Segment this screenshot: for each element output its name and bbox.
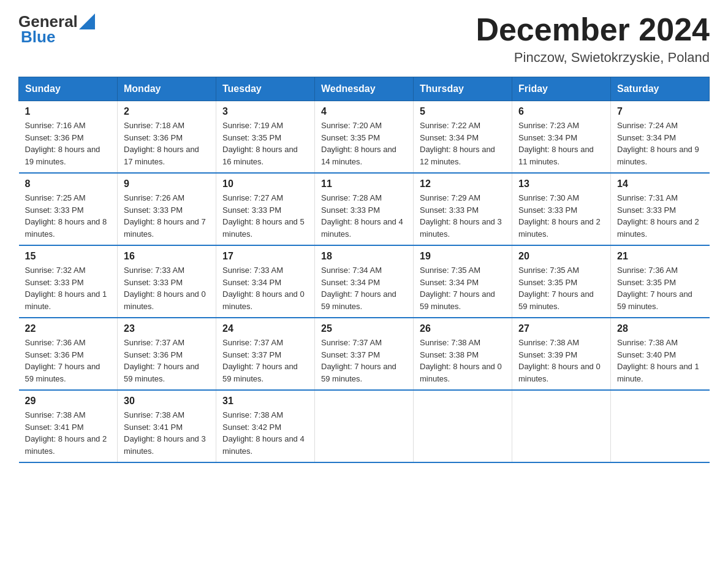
calendar-cell: 19 Sunrise: 7:35 AM Sunset: 3:34 PM Dayl… bbox=[414, 245, 512, 318]
day-info: Sunrise: 7:31 AM Sunset: 3:33 PM Dayligh… bbox=[617, 192, 703, 240]
day-info: Sunrise: 7:28 AM Sunset: 3:33 PM Dayligh… bbox=[321, 192, 407, 240]
day-info: Sunrise: 7:36 AM Sunset: 3:35 PM Dayligh… bbox=[617, 264, 703, 312]
calendar-cell: 7 Sunrise: 7:24 AM Sunset: 3:34 PM Dayli… bbox=[611, 101, 710, 174]
calendar-cell: 28 Sunrise: 7:38 AM Sunset: 3:40 PM Dayl… bbox=[611, 318, 710, 390]
calendar-cell: 31 Sunrise: 7:38 AM Sunset: 3:42 PM Dayl… bbox=[216, 390, 315, 462]
day-info: Sunrise: 7:35 AM Sunset: 3:35 PM Dayligh… bbox=[518, 264, 604, 312]
calendar-cell: 12 Sunrise: 7:29 AM Sunset: 3:33 PM Dayl… bbox=[414, 173, 512, 245]
day-number: 18 bbox=[321, 251, 407, 262]
weekday-header-sunday: Sunday bbox=[19, 77, 118, 101]
location-subtitle: Pinczow, Swietokrzyskie, Poland bbox=[476, 50, 710, 66]
calendar-cell: 18 Sunrise: 7:34 AM Sunset: 3:34 PM Dayl… bbox=[315, 245, 414, 318]
day-number: 8 bbox=[25, 178, 112, 190]
day-number: 31 bbox=[222, 396, 308, 407]
day-info: Sunrise: 7:22 AM Sunset: 3:34 PM Dayligh… bbox=[420, 120, 506, 167]
calendar-table: SundayMondayTuesdayWednesdayThursdayFrid… bbox=[18, 77, 710, 463]
day-info: Sunrise: 7:38 AM Sunset: 3:40 PM Dayligh… bbox=[617, 337, 703, 385]
calendar-cell: 3 Sunrise: 7:19 AM Sunset: 3:35 PM Dayli… bbox=[216, 101, 315, 174]
calendar-cell: 9 Sunrise: 7:26 AM Sunset: 3:33 PM Dayli… bbox=[118, 173, 216, 245]
day-number: 11 bbox=[321, 178, 407, 190]
calendar-cell: 23 Sunrise: 7:37 AM Sunset: 3:36 PM Dayl… bbox=[118, 318, 216, 390]
day-info: Sunrise: 7:30 AM Sunset: 3:33 PM Dayligh… bbox=[518, 192, 604, 240]
calendar-cell: 5 Sunrise: 7:22 AM Sunset: 3:34 PM Dayli… bbox=[414, 101, 512, 174]
day-info: Sunrise: 7:35 AM Sunset: 3:34 PM Dayligh… bbox=[420, 264, 506, 312]
day-info: Sunrise: 7:33 AM Sunset: 3:33 PM Dayligh… bbox=[124, 264, 210, 312]
day-info: Sunrise: 7:33 AM Sunset: 3:34 PM Dayligh… bbox=[222, 264, 308, 312]
calendar-cell: 6 Sunrise: 7:23 AM Sunset: 3:34 PM Dayli… bbox=[512, 101, 611, 174]
day-number: 30 bbox=[124, 396, 210, 407]
svg-marker-0 bbox=[79, 13, 95, 29]
calendar-cell: 25 Sunrise: 7:37 AM Sunset: 3:37 PM Dayl… bbox=[315, 318, 414, 390]
day-info: Sunrise: 7:29 AM Sunset: 3:33 PM Dayligh… bbox=[420, 192, 506, 240]
day-info: Sunrise: 7:38 AM Sunset: 3:38 PM Dayligh… bbox=[420, 337, 506, 385]
calendar-body: 1 Sunrise: 7:16 AM Sunset: 3:36 PM Dayli… bbox=[19, 101, 710, 463]
day-number: 23 bbox=[124, 323, 210, 334]
calendar-cell: 20 Sunrise: 7:35 AM Sunset: 3:35 PM Dayl… bbox=[512, 245, 611, 318]
day-number: 10 bbox=[222, 178, 308, 190]
calendar-cell bbox=[611, 390, 710, 462]
day-info: Sunrise: 7:20 AM Sunset: 3:35 PM Dayligh… bbox=[321, 120, 407, 167]
weekday-header-saturday: Saturday bbox=[611, 77, 710, 101]
calendar-cell bbox=[315, 390, 414, 462]
calendar-cell: 11 Sunrise: 7:28 AM Sunset: 3:33 PM Dayl… bbox=[315, 173, 414, 245]
day-number: 29 bbox=[25, 396, 112, 407]
day-info: Sunrise: 7:37 AM Sunset: 3:37 PM Dayligh… bbox=[222, 337, 308, 385]
day-number: 5 bbox=[420, 106, 506, 117]
day-info: Sunrise: 7:26 AM Sunset: 3:33 PM Dayligh… bbox=[124, 192, 210, 240]
calendar-cell: 10 Sunrise: 7:27 AM Sunset: 3:33 PM Dayl… bbox=[216, 173, 315, 245]
day-number: 3 bbox=[222, 106, 308, 117]
calendar-cell bbox=[512, 390, 611, 462]
week-row-1: 1 Sunrise: 7:16 AM Sunset: 3:36 PM Dayli… bbox=[19, 101, 710, 174]
title-section: December 2024 Pinczow, Swietokrzyskie, P… bbox=[476, 12, 710, 66]
day-number: 9 bbox=[124, 178, 210, 190]
day-info: Sunrise: 7:25 AM Sunset: 3:33 PM Dayligh… bbox=[25, 192, 112, 240]
day-number: 6 bbox=[518, 106, 604, 117]
day-number: 24 bbox=[222, 323, 308, 334]
day-number: 16 bbox=[124, 251, 210, 262]
calendar-cell: 2 Sunrise: 7:18 AM Sunset: 3:36 PM Dayli… bbox=[118, 101, 216, 174]
calendar-cell: 16 Sunrise: 7:33 AM Sunset: 3:33 PM Dayl… bbox=[118, 245, 216, 318]
day-info: Sunrise: 7:34 AM Sunset: 3:34 PM Dayligh… bbox=[321, 264, 407, 312]
day-number: 13 bbox=[518, 178, 604, 190]
weekday-header-friday: Friday bbox=[512, 77, 611, 101]
calendar-cell: 14 Sunrise: 7:31 AM Sunset: 3:33 PM Dayl… bbox=[611, 173, 710, 245]
calendar-cell: 17 Sunrise: 7:33 AM Sunset: 3:34 PM Dayl… bbox=[216, 245, 315, 318]
day-info: Sunrise: 7:19 AM Sunset: 3:35 PM Dayligh… bbox=[222, 120, 308, 167]
calendar-cell: 26 Sunrise: 7:38 AM Sunset: 3:38 PM Dayl… bbox=[414, 318, 512, 390]
calendar-header: SundayMondayTuesdayWednesdayThursdayFrid… bbox=[19, 77, 710, 101]
week-row-2: 8 Sunrise: 7:25 AM Sunset: 3:33 PM Dayli… bbox=[19, 173, 710, 245]
calendar-cell: 27 Sunrise: 7:38 AM Sunset: 3:39 PM Dayl… bbox=[512, 318, 611, 390]
day-number: 15 bbox=[25, 251, 112, 262]
calendar-cell: 8 Sunrise: 7:25 AM Sunset: 3:33 PM Dayli… bbox=[19, 173, 118, 245]
day-info: Sunrise: 7:18 AM Sunset: 3:36 PM Dayligh… bbox=[124, 120, 210, 167]
calendar-cell: 1 Sunrise: 7:16 AM Sunset: 3:36 PM Dayli… bbox=[19, 101, 118, 174]
week-row-5: 29 Sunrise: 7:38 AM Sunset: 3:41 PM Dayl… bbox=[19, 390, 710, 462]
day-number: 19 bbox=[420, 251, 506, 262]
weekday-header-tuesday: Tuesday bbox=[216, 77, 315, 101]
day-info: Sunrise: 7:37 AM Sunset: 3:37 PM Dayligh… bbox=[321, 337, 407, 385]
week-row-4: 22 Sunrise: 7:36 AM Sunset: 3:36 PM Dayl… bbox=[19, 318, 710, 390]
day-number: 22 bbox=[25, 323, 112, 334]
calendar-cell: 24 Sunrise: 7:37 AM Sunset: 3:37 PM Dayl… bbox=[216, 318, 315, 390]
day-info: Sunrise: 7:16 AM Sunset: 3:36 PM Dayligh… bbox=[25, 120, 112, 167]
day-number: 27 bbox=[518, 323, 604, 334]
calendar-cell: 29 Sunrise: 7:38 AM Sunset: 3:41 PM Dayl… bbox=[19, 390, 118, 462]
day-number: 25 bbox=[321, 323, 407, 334]
day-info: Sunrise: 7:38 AM Sunset: 3:41 PM Dayligh… bbox=[124, 409, 210, 457]
calendar-cell: 15 Sunrise: 7:32 AM Sunset: 3:33 PM Dayl… bbox=[19, 245, 118, 318]
day-info: Sunrise: 7:38 AM Sunset: 3:42 PM Dayligh… bbox=[222, 409, 308, 457]
weekday-header-row: SundayMondayTuesdayWednesdayThursdayFrid… bbox=[19, 77, 710, 101]
calendar-cell: 21 Sunrise: 7:36 AM Sunset: 3:35 PM Dayl… bbox=[611, 245, 710, 318]
weekday-header-thursday: Thursday bbox=[414, 77, 512, 101]
calendar-cell bbox=[414, 390, 512, 462]
day-number: 14 bbox=[617, 178, 703, 190]
logo: General Blue bbox=[18, 12, 95, 47]
calendar-cell: 4 Sunrise: 7:20 AM Sunset: 3:35 PM Dayli… bbox=[315, 101, 414, 174]
day-number: 2 bbox=[124, 106, 210, 117]
day-number: 7 bbox=[617, 106, 703, 117]
calendar-cell: 30 Sunrise: 7:38 AM Sunset: 3:41 PM Dayl… bbox=[118, 390, 216, 462]
week-row-3: 15 Sunrise: 7:32 AM Sunset: 3:33 PM Dayl… bbox=[19, 245, 710, 318]
calendar-cell: 22 Sunrise: 7:36 AM Sunset: 3:36 PM Dayl… bbox=[19, 318, 118, 390]
calendar-cell: 13 Sunrise: 7:30 AM Sunset: 3:33 PM Dayl… bbox=[512, 173, 611, 245]
day-number: 12 bbox=[420, 178, 506, 190]
